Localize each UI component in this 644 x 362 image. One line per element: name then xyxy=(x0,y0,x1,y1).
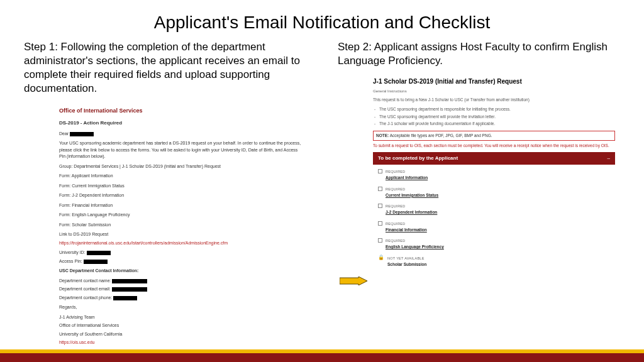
ois-header: Office of International Services xyxy=(59,107,301,116)
univ-id-line: University ID: xyxy=(59,250,301,256)
contact-phone: Department contact phone: xyxy=(59,295,301,302)
slide-footer-bar xyxy=(0,349,644,362)
contact-heading: USC Department Contact Information: xyxy=(59,268,301,275)
step2-text: Step 2: Applicant assigns Host Faculty t… xyxy=(338,40,620,68)
redacted-name xyxy=(70,132,94,136)
arrow-icon xyxy=(340,277,367,285)
contact-name: Department contact name: xyxy=(59,278,301,285)
sig1: J-1 Advising Team xyxy=(59,314,301,321)
form-line-4: Form: English Language Proficiency xyxy=(59,212,301,219)
form-intro: This request is to bring a New J-1 Schol… xyxy=(373,97,615,103)
applicant-section-bar[interactable]: To be completed by the Applicant – xyxy=(373,152,615,165)
page-title: Applicant's Email Notification and Check… xyxy=(24,13,620,33)
step1-text: Step 1: Following the completion of the … xyxy=(24,40,306,96)
access-pin-line: Access Pin: xyxy=(59,258,301,265)
bullet-1: The USC sponsoring department will provi… xyxy=(373,114,615,120)
right-column: Step 2: Applicant assigns Host Faculty t… xyxy=(338,40,620,362)
form-line-0: Form: Applicant Information xyxy=(59,173,301,180)
checklist-item-financial[interactable]: REQUIREDFinancial Information xyxy=(378,221,610,233)
sig3: University of Southern California xyxy=(59,331,301,338)
checklist-item-j2[interactable]: REQUIREDJ-2 Dependent Information xyxy=(378,203,610,216)
sig-url[interactable]: https://ois.usc.edu xyxy=(59,339,301,346)
form-title: J-1 Scholar DS-2019 (Initial and Transfe… xyxy=(373,77,615,86)
checklist-item-scholar-submission: 🔒 NOT YET AVAILABLEScholar Submission xyxy=(378,255,610,268)
lock-icon: 🔒 xyxy=(378,255,384,260)
email-subject: DS-2019 - Action Required xyxy=(59,119,301,127)
checklist: REQUIREDApplicant Information REQUIREDCu… xyxy=(373,165,615,267)
checkbox-icon xyxy=(378,204,382,208)
redacted-pin xyxy=(84,260,108,264)
general-instructions-label: General Instructions xyxy=(373,89,615,94)
salutation: Dear xyxy=(59,131,301,138)
left-column: Step 1: Following the completion of the … xyxy=(24,40,306,362)
bullet-2: The J-1 scholar will provide funding doc… xyxy=(373,121,615,127)
form-line-5: Form: Scholar Submission xyxy=(59,222,301,229)
collapse-icon[interactable]: – xyxy=(608,155,610,162)
redacted-id xyxy=(87,251,111,255)
redacted-cphone xyxy=(113,296,137,300)
contact-email: Department contact email: xyxy=(59,286,301,293)
checklist-item-immigration[interactable]: REQUIREDCurrent Immigration Status xyxy=(378,186,610,199)
checklist-item-applicant-info[interactable]: REQUIREDApplicant Information xyxy=(378,168,610,181)
bullet-0: The USC sponsoring department is respons… xyxy=(373,106,615,112)
email-body1: Your USC sponsoring academic department … xyxy=(59,140,301,160)
form-screenshot: J-1 Scholar DS-2019 (Initial and Transfe… xyxy=(338,77,620,267)
section-title: To be completed by the Applicant xyxy=(378,155,458,162)
sig2: Office of International Services xyxy=(59,322,301,329)
note-box: NOTE: Acceptable file types are PDF, JPG… xyxy=(373,131,615,141)
form-line-3: Form: Financial Information xyxy=(59,202,301,209)
red-note: To submit a request to OIS, each section… xyxy=(373,143,615,148)
checkbox-icon xyxy=(378,169,382,173)
regards: Regards, xyxy=(59,304,301,311)
checklist-item-english[interactable]: REQUIREDEnglish Language Proficiency xyxy=(378,238,610,250)
checkbox-icon xyxy=(378,221,382,226)
redacted-cemail xyxy=(112,287,147,292)
email-screenshot: Office of International Services DS-2019… xyxy=(24,104,306,362)
checkbox-icon xyxy=(378,187,382,191)
redacted-cname xyxy=(112,279,147,283)
svg-marker-0 xyxy=(340,277,367,285)
checkbox-icon xyxy=(378,238,382,243)
form-line-1: Form: Current Immigration Status xyxy=(59,183,301,190)
email-group: Group: Departmental Services | J-1 Schol… xyxy=(59,163,301,170)
ds2019-link[interactable]: https://trojaninternational.ois.usc.edu/… xyxy=(59,240,301,247)
link-label: Link to DS-2019 Request xyxy=(59,231,301,238)
highlight-arrow xyxy=(340,277,367,288)
form-line-2: Form: J-2 Dependent Information xyxy=(59,192,301,199)
